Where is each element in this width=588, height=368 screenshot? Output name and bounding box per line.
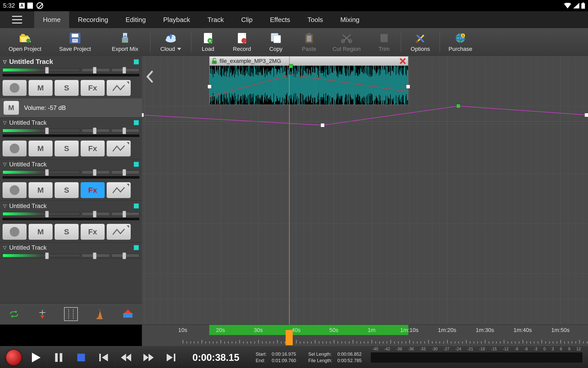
track-solo-button[interactable]: S <box>55 182 79 198</box>
pause-button[interactable] <box>47 349 70 366</box>
hamburger-menu[interactable] <box>0 11 34 28</box>
ruler-selection[interactable] <box>209 325 409 335</box>
track-color-swatch[interactable] <box>134 162 139 167</box>
pan-slider[interactable] <box>82 68 110 72</box>
cloud-button[interactable]: Cloud <box>151 32 191 52</box>
track-mute-button[interactable]: M <box>29 182 53 198</box>
tab-track[interactable]: Track <box>199 11 232 28</box>
track-header[interactable]: ▽Untitled Track <box>0 56 142 67</box>
track-color-swatch[interactable] <box>134 203 139 209</box>
track-arm-button[interactable] <box>3 80 27 96</box>
tab-tools[interactable]: Tools <box>299 11 332 28</box>
expand-icon[interactable]: ▽ <box>3 120 7 125</box>
expand-icon[interactable]: ▽ <box>3 203 7 209</box>
automation-node[interactable] <box>456 104 460 108</box>
track-fx-button[interactable]: Fx <box>81 182 105 198</box>
export-mix-button[interactable]: Export Mix <box>100 32 150 52</box>
clip-handle[interactable] <box>406 85 410 89</box>
track-fx-button[interactable]: Fx <box>81 80 105 96</box>
clip-lock-icon[interactable] <box>212 58 217 64</box>
track-fx-button[interactable]: Fx <box>81 224 105 240</box>
clip-close-icon[interactable] <box>399 58 406 64</box>
snap-tool-icon[interactable] <box>64 307 78 321</box>
track-automation-button[interactable] <box>107 80 131 96</box>
track-mute-button[interactable]: M <box>29 141 53 156</box>
pan-slider[interactable] <box>82 212 110 216</box>
purchase-button[interactable]: $Purchase <box>440 32 481 52</box>
timeline-area[interactable]: file_example_MP3_2MG <box>142 56 588 325</box>
load-button[interactable]: +Load <box>191 32 225 52</box>
track-header[interactable]: ▽Untitled Track <box>0 118 142 128</box>
audio-clip[interactable]: file_example_MP3_2MG <box>209 56 409 105</box>
forward-button[interactable] <box>137 349 160 366</box>
automation-node[interactable] <box>142 113 144 117</box>
pan-slider[interactable] <box>82 129 110 132</box>
marker-tool-icon[interactable] <box>36 308 49 320</box>
aux-slider[interactable] <box>111 170 139 174</box>
ruler-playhead[interactable] <box>286 330 293 345</box>
aux-slider[interactable] <box>111 254 139 257</box>
tab-home[interactable]: Home <box>34 11 69 28</box>
skip-start-button[interactable] <box>92 349 115 366</box>
tab-clip[interactable]: Clip <box>232 11 261 28</box>
track-solo-button[interactable]: S <box>55 141 79 156</box>
volume-mute-button[interactable]: M <box>4 101 19 115</box>
tab-playback[interactable]: Playback <box>154 11 199 28</box>
gain-slider[interactable] <box>3 129 80 132</box>
open-project-button[interactable]: Open Project <box>0 32 50 52</box>
pan-slider[interactable] <box>82 170 110 174</box>
track-color-swatch[interactable] <box>134 245 139 250</box>
collapse-panel-icon[interactable] <box>144 70 155 84</box>
tab-mixing[interactable]: Mixing <box>332 11 368 28</box>
record-button[interactable]: Record <box>225 32 259 52</box>
track-header[interactable]: ▽Untitled Track <box>0 243 142 253</box>
options-button[interactable]: Options <box>401 32 439 52</box>
rewind-button[interactable] <box>115 349 137 366</box>
track-arm-button[interactable] <box>3 141 27 156</box>
gain-slider[interactable] <box>3 254 80 257</box>
track-arm-button[interactable] <box>3 182 27 198</box>
aux-slider[interactable] <box>111 129 139 132</box>
track-header[interactable]: ▽Untitled Track <box>0 201 142 211</box>
aux-slider[interactable] <box>111 212 139 216</box>
playhead[interactable] <box>289 56 290 325</box>
track-color-swatch[interactable] <box>134 59 139 64</box>
save-project-button[interactable]: Save Project <box>50 32 100 52</box>
track-mute-button[interactable]: M <box>29 80 53 96</box>
expand-icon[interactable]: ▽ <box>3 162 7 167</box>
track-automation-button[interactable] <box>107 182 131 198</box>
track-automation-button[interactable] <box>107 141 131 156</box>
tab-recording[interactable]: Recording <box>69 11 117 28</box>
gain-slider[interactable] <box>3 212 80 216</box>
record-button[interactable] <box>6 350 21 365</box>
fold-tool-icon[interactable] <box>121 308 134 320</box>
track-mute-button[interactable]: M <box>29 224 53 240</box>
tab-editing[interactable]: Editing <box>117 11 155 28</box>
timeline-ruler[interactable]: 10s20s30s40s50s1m1m:10s1m:20s1m:30s1m:40… <box>142 325 588 346</box>
track-header[interactable]: ▽Untitled Track <box>0 159 142 169</box>
expand-icon[interactable]: ▽ <box>3 59 7 65</box>
metronome-tool-icon[interactable] <box>93 308 106 320</box>
automation-node[interactable] <box>321 123 325 127</box>
copy-button[interactable]: Copy <box>259 32 292 52</box>
track-solo-button[interactable]: S <box>55 80 79 96</box>
gain-slider[interactable] <box>3 68 80 72</box>
expand-icon[interactable]: ▽ <box>3 245 7 250</box>
track-fx-button[interactable]: Fx <box>81 141 105 156</box>
track-arm-button[interactable] <box>3 224 27 240</box>
skip-end-button[interactable] <box>160 349 182 366</box>
clip-handle[interactable] <box>207 85 212 89</box>
automation-node[interactable] <box>584 113 588 117</box>
svg-rect-53 <box>123 313 132 318</box>
track-solo-button[interactable]: S <box>55 224 79 240</box>
pan-slider[interactable] <box>82 254 110 257</box>
stop-button[interactable] <box>70 349 92 366</box>
track-color-swatch[interactable] <box>134 120 139 125</box>
track-automation-button[interactable] <box>107 224 131 240</box>
tab-effects[interactable]: Effects <box>261 11 299 28</box>
loop-tool-icon[interactable] <box>8 308 20 320</box>
gain-slider[interactable] <box>3 170 80 174</box>
play-button[interactable] <box>25 349 47 366</box>
clip-header[interactable]: file_example_MP3_2MG <box>210 56 408 66</box>
aux-slider[interactable] <box>111 68 139 72</box>
